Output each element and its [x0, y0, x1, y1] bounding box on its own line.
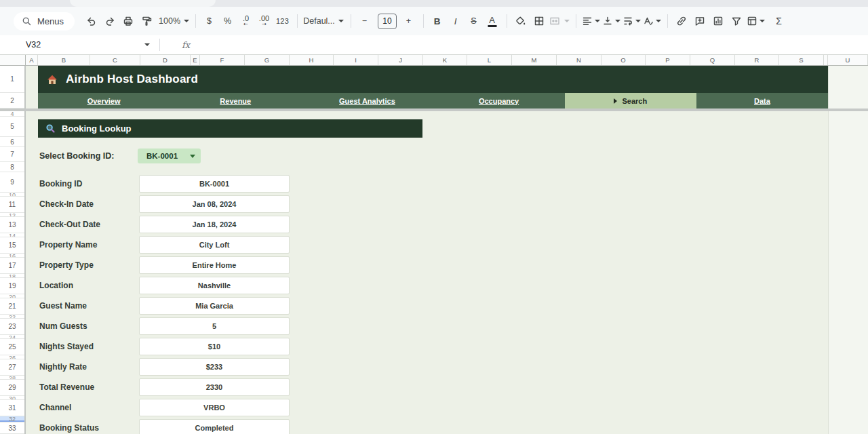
field-value[interactable]: 2330 — [139, 378, 290, 396]
strikethrough-button[interactable]: S — [465, 12, 482, 30]
table-icon — [746, 15, 758, 27]
column-header-I[interactable]: I — [334, 55, 378, 65]
column-header-A[interactable]: A — [26, 55, 38, 65]
row-header-4[interactable]: 4 — [0, 111, 24, 117]
insert-comment-button[interactable] — [691, 12, 708, 30]
column-header-N[interactable]: N — [557, 55, 601, 65]
row-header-15[interactable]: 15 — [0, 237, 24, 254]
row-header-33[interactable]: 33 — [0, 422, 24, 434]
row-header-1[interactable]: 1 — [0, 66, 24, 93]
row-header-19[interactable]: 19 — [0, 278, 24, 294]
nav-tab-search[interactable]: Search — [565, 93, 696, 108]
row-header-7[interactable]: 7 — [0, 147, 24, 162]
column-header-C[interactable]: C — [90, 55, 140, 65]
menus-search-pill[interactable]: Menus — [14, 12, 75, 31]
increase-font-size-button[interactable]: + — [400, 12, 417, 30]
column-header-S[interactable]: S — [779, 55, 824, 65]
font-selector[interactable]: Defaul... — [302, 12, 344, 30]
field-value[interactable]: Jan 08, 2024 — [139, 195, 290, 213]
column-header-O[interactable]: O — [601, 55, 646, 65]
row-header-11[interactable]: 11 — [0, 197, 24, 213]
column-header-M[interactable]: M — [512, 55, 557, 65]
row-header-27[interactable]: 27 — [0, 359, 24, 376]
row-header-13[interactable]: 13 — [0, 217, 24, 233]
column-header-H[interactable]: H — [290, 55, 334, 65]
row-header-31[interactable]: 31 — [0, 400, 24, 416]
column-header-K[interactable]: K — [423, 55, 467, 65]
bold-button[interactable]: B — [429, 12, 446, 30]
row-header-2[interactable]: 2 — [0, 93, 24, 108]
field-value[interactable]: Jan 18, 2024 — [139, 216, 290, 233]
table-button[interactable] — [746, 12, 765, 30]
column-header-P[interactable]: P — [646, 55, 690, 65]
field-value[interactable]: $10 — [139, 338, 290, 355]
cell-name-box[interactable]: V32 — [0, 40, 159, 50]
column-header-L[interactable]: L — [467, 55, 512, 65]
paint-format-button[interactable] — [138, 12, 155, 30]
row-header-25[interactable]: 25 — [0, 339, 24, 355]
booking-id-dropdown[interactable]: BK-0001 — [138, 149, 201, 163]
column-header-Q[interactable]: Q — [690, 55, 735, 65]
field-value[interactable]: VRBO — [139, 399, 290, 416]
field-row-guest-name: Guest NameMia Garcia — [26, 296, 868, 316]
field-value[interactable]: Mia Garcia — [139, 297, 290, 315]
nav-tab-revenue[interactable]: Revenue — [170, 93, 301, 108]
field-value[interactable]: Entire Home — [139, 256, 290, 274]
field-value[interactable]: City Loft — [139, 236, 290, 254]
column-header-B[interactable]: B — [38, 55, 90, 65]
row-header-21[interactable]: 21 — [0, 298, 24, 315]
filter-button[interactable] — [728, 12, 745, 30]
field-value[interactable]: Completed — [139, 419, 290, 434]
font-size-input[interactable]: 10 — [378, 14, 397, 29]
field-value[interactable]: 5 — [139, 317, 290, 335]
fill-color-button[interactable] — [512, 12, 529, 30]
toolbar-divider — [195, 14, 196, 28]
row-header-9[interactable]: 9 — [0, 172, 24, 193]
nav-tab-guest-analytics[interactable]: Guest Analytics — [301, 93, 433, 108]
percent-format-button[interactable]: % — [219, 12, 236, 30]
text-rotation-button[interactable] — [642, 12, 661, 30]
column-header-U[interactable]: U — [828, 55, 868, 65]
row-header-32[interactable]: 32 — [0, 416, 24, 422]
select-all-corner[interactable] — [0, 55, 26, 66]
number-format-button[interactable]: 123 — [274, 12, 291, 30]
column-header-J[interactable]: J — [378, 55, 423, 65]
italic-button[interactable]: I — [447, 12, 464, 30]
redo-button[interactable] — [101, 12, 118, 30]
nav-tab-overview[interactable]: Overview — [38, 93, 170, 108]
field-value[interactable]: Nashville — [139, 277, 290, 294]
currency-format-button[interactable]: $ — [201, 12, 218, 30]
row-header-8[interactable]: 8 — [0, 162, 24, 172]
row-header-29[interactable]: 29 — [0, 380, 24, 396]
column-header-D[interactable]: D — [140, 55, 191, 65]
column-header-G[interactable]: G — [245, 55, 290, 65]
row-header-6[interactable]: 6 — [0, 137, 24, 147]
merge-cells-button[interactable] — [549, 12, 570, 30]
undo-button[interactable] — [83, 12, 100, 30]
print-button[interactable] — [119, 12, 136, 30]
increase-decimal-button[interactable]: .00→ — [256, 12, 273, 30]
column-header-F[interactable]: F — [200, 55, 245, 65]
functions-button[interactable]: Σ — [770, 12, 787, 30]
vertical-align-button[interactable] — [601, 12, 620, 30]
row-header-5[interactable]: 5 — [0, 117, 24, 137]
column-header-E[interactable]: E — [191, 55, 200, 65]
field-value[interactable]: BK-0001 — [139, 175, 290, 193]
zoom-control[interactable]: 100% — [159, 12, 189, 30]
horizontal-align-button[interactable] — [581, 12, 600, 30]
insert-link-button[interactable] — [673, 12, 690, 30]
sheet-grid[interactable]: Airbnb Host Dashboard OverviewRevenueGue… — [26, 66, 868, 434]
nav-tab-occupancy[interactable]: Occupancy — [433, 93, 565, 108]
decrease-decimal-button[interactable]: .0← — [237, 12, 254, 30]
field-value[interactable]: $233 — [139, 358, 290, 376]
text-color-button[interactable]: A — [484, 12, 500, 30]
frozen-rows-divider[interactable] — [0, 108, 868, 111]
decrease-font-size-button[interactable]: − — [356, 12, 373, 30]
nav-tab-data[interactable]: Data — [696, 93, 828, 108]
text-wrap-button[interactable] — [622, 12, 641, 30]
insert-chart-button[interactable] — [709, 12, 726, 30]
row-header-23[interactable]: 23 — [0, 319, 24, 335]
column-header-R[interactable]: R — [735, 55, 779, 65]
borders-button[interactable] — [530, 12, 547, 30]
row-header-17[interactable]: 17 — [0, 258, 24, 274]
